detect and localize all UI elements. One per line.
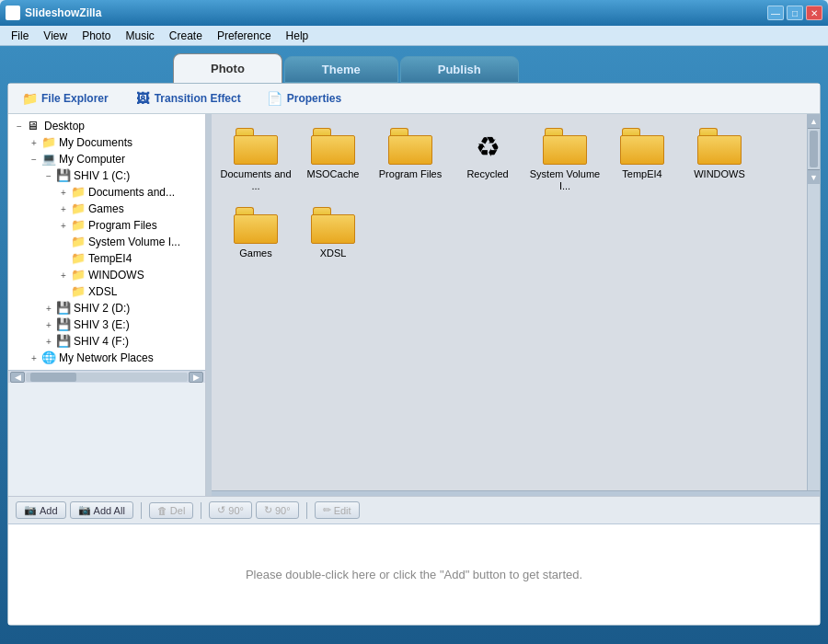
titlebar: 🖼 SlideshowZilla — □ ✕ — [0, 0, 828, 26]
windows-icon: 📁 — [71, 268, 86, 282]
shiv2-icon: 💾 — [56, 301, 71, 316]
vscroll-down-btn[interactable]: ▼ — [808, 169, 820, 184]
rotate-left-icon: ↺ — [217, 504, 225, 516]
menu-item-file[interactable]: File — [4, 28, 36, 44]
file-item-programfiles[interactable]: Program Files — [374, 121, 447, 197]
del-button[interactable]: 🗑 Del — [149, 502, 194, 519]
split-pane: − 🖥 Desktop + 📁 My Documents − 💻 My Comp… — [8, 114, 820, 496]
hscroll-track — [26, 373, 188, 382]
mydocs-icon: 📁 — [41, 135, 56, 150]
file-browser-vscroll[interactable]: ▲ ▼ — [807, 114, 820, 490]
tree-item-systemvolume[interactable]: 📁 System Volume I... — [8, 234, 205, 250]
file-item-xdsl[interactable]: XDSL — [296, 201, 370, 264]
file-item-windows[interactable]: WINDOWS — [683, 121, 756, 197]
tree-item-xdsl[interactable]: 📁 XDSL — [8, 283, 205, 300]
subtab-transition[interactable]: 🖼 Transition Effect — [131, 89, 245, 108]
tab-photo[interactable]: Photo — [173, 53, 282, 83]
tree-item-programfiles[interactable]: + 📁 Program Files — [8, 217, 205, 234]
file-item-tempei4[interactable]: TempEI4 — [605, 121, 679, 197]
tree-hscroll[interactable]: ◀ ▶ — [8, 370, 205, 383]
tempei4-icon: 📁 — [71, 251, 86, 266]
hscroll-thumb[interactable] — [30, 373, 76, 382]
file-browser-container: Documents and ... MSOCache — [212, 114, 820, 496]
vscroll-thumb[interactable] — [810, 131, 818, 167]
menu-item-photo[interactable]: Photo — [75, 28, 118, 44]
tree-item-shiv1[interactable]: − 💾 SHIV 1 (C:) — [8, 167, 205, 184]
tree-item-tempei4[interactable]: 📁 TempEI4 — [8, 250, 205, 267]
menu-item-music[interactable]: Music — [119, 28, 162, 44]
tree-item-shiv2[interactable]: + 💾 SHIV 2 (D:) — [8, 300, 205, 316]
file-item-documents[interactable]: Documents and ... — [219, 121, 293, 197]
add-button[interactable]: 📷 Add — [16, 501, 66, 519]
rotate-left-button[interactable]: ↺ 90° — [209, 501, 252, 519]
xdsl-icon: 📁 — [71, 284, 86, 299]
tree-item-documents[interactable]: + 📁 Documents and... — [8, 184, 205, 201]
shiv3-icon: 💾 — [56, 317, 71, 332]
bottom-toolbar: 📷 Add 📷 Add All 🗑 Del ↺ 90° ↻ 90° — [8, 496, 820, 523]
minimize-button[interactable]: — — [767, 6, 784, 20]
tab-theme[interactable]: Theme — [284, 56, 398, 83]
properties-icon: 📄 — [267, 91, 283, 106]
photo-strip-placeholder: Please double-click here or click the "A… — [246, 568, 582, 581]
app-title: SlideshowZilla — [25, 6, 101, 19]
tree-item-shiv4[interactable]: + 💾 SHIV 4 (F:) — [8, 333, 205, 350]
hscroll-right-btn[interactable]: ▶ — [189, 372, 203, 383]
close-button[interactable]: ✕ — [806, 6, 822, 20]
subtab-file-explorer[interactable]: 📁 File Explorer — [17, 89, 112, 108]
tree-item-mydocs[interactable]: + 📁 My Documents — [8, 134, 205, 151]
edit-icon: ✏ — [323, 504, 331, 516]
tree-panel[interactable]: − 🖥 Desktop + 📁 My Documents − 💻 My Comp… — [8, 114, 206, 370]
recycle-icon: ♻ — [466, 128, 510, 165]
folder-icon-documents — [234, 128, 278, 165]
file-browser[interactable]: Documents and ... MSOCache — [212, 114, 807, 490]
tree-item-windows[interactable]: + 📁 WINDOWS — [8, 267, 205, 283]
menu-item-create[interactable]: Create — [162, 28, 210, 44]
titlebar-left: 🖼 SlideshowZilla — [6, 6, 101, 20]
tree-item-shiv3[interactable]: + 💾 SHIV 3 (E:) — [8, 316, 205, 333]
menu-item-preference[interactable]: Preference — [210, 28, 279, 44]
tree-item-mycomputer[interactable]: − 💻 My Computer — [8, 151, 205, 167]
sep1 — [141, 502, 142, 519]
add-all-icon: 📷 — [78, 504, 91, 516]
app-icon: 🖼 — [6, 6, 20, 20]
systemvolume-icon: 📁 — [71, 235, 86, 249]
file-item-games[interactable]: Games — [219, 201, 293, 264]
menu-item-view[interactable]: View — [36, 28, 75, 44]
file-browser-with-scroll: Documents and ... MSOCache — [212, 114, 820, 490]
rotate-right-button[interactable]: ↻ 90° — [256, 501, 299, 519]
tree-item-desktop[interactable]: − 🖥 Desktop — [8, 118, 205, 134]
main-tabs-row: Photo Theme Publish — [7, 53, 821, 83]
edit-button[interactable]: ✏ Edit — [315, 501, 360, 519]
file-item-recycled[interactable]: ♻ Recycled — [451, 121, 524, 197]
folder-icon-windows — [697, 128, 742, 165]
folder-icon-games — [234, 207, 278, 244]
main-window: Photo Theme Publish 📁 File Explorer 🖼 Tr… — [0, 46, 828, 644]
sep3 — [306, 502, 307, 519]
folder-icon-systemvolume — [543, 128, 587, 165]
network-icon: 🌐 — [41, 351, 56, 365]
mycomputer-icon: 💻 — [41, 152, 56, 167]
maximize-button[interactable]: □ — [787, 6, 803, 20]
file-item-systemvolume[interactable]: System Volume I... — [528, 121, 602, 197]
games-icon: 📁 — [71, 201, 86, 216]
folder-icon-msocache — [311, 128, 355, 165]
documents-icon: 📁 — [71, 185, 86, 200]
photo-strip[interactable]: Please double-click here or click the "A… — [8, 523, 820, 625]
shiv4-icon: 💾 — [56, 334, 71, 349]
file-item-msocache[interactable]: MSOCache — [296, 121, 370, 197]
hscroll-left-btn[interactable]: ◀ — [10, 372, 25, 383]
tree-item-network[interactable]: + 🌐 My Network Places — [8, 350, 205, 366]
tab-publish[interactable]: Publish — [400, 56, 519, 83]
titlebar-controls: — □ ✕ — [767, 6, 822, 20]
add-icon: 📷 — [24, 504, 37, 516]
tree-item-games[interactable]: + 📁 Games — [8, 201, 205, 217]
sep2 — [201, 502, 201, 519]
rotate-right-icon: ↻ — [264, 504, 272, 516]
file-explorer-icon: 📁 — [21, 91, 38, 106]
add-all-button[interactable]: 📷 Add All — [70, 501, 133, 519]
vscroll-up-btn[interactable]: ▲ — [808, 114, 820, 129]
del-icon: 🗑 — [157, 505, 167, 516]
subtab-properties[interactable]: 📄 Properties — [263, 89, 345, 108]
menu-item-help[interactable]: Help — [279, 28, 316, 44]
shiv1-icon: 💾 — [56, 168, 71, 183]
